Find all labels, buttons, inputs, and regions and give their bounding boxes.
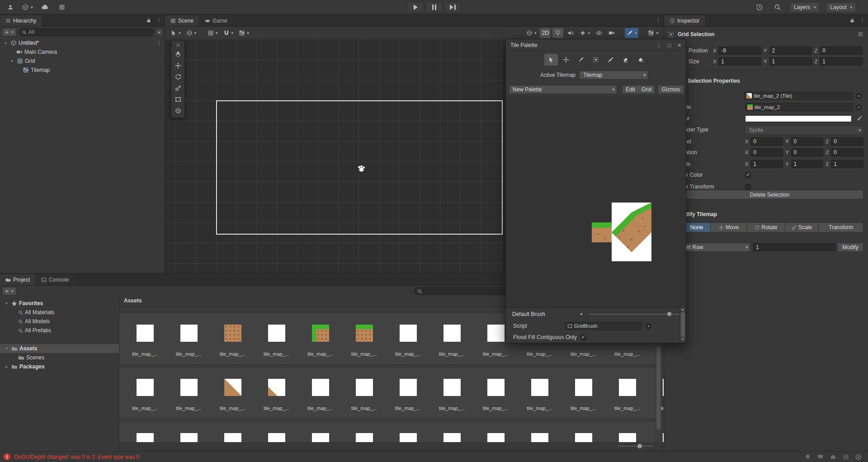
scene-panel-kebab[interactable] — [655, 17, 661, 23]
lighting-toggle[interactable] — [552, 28, 563, 38]
slider-knob[interactable] — [667, 312, 671, 316]
sprite-object-field[interactable]: tile_map_2 — [745, 103, 853, 111]
folder-scenes[interactable]: Scenes — [0, 353, 119, 362]
mode-2d-button[interactable]: 2D — [540, 28, 551, 38]
tab-hierarchy[interactable]: Hierarchy — [0, 15, 42, 26]
tab-console[interactable]: Console — [36, 274, 74, 285]
flood-fill-tool-button[interactable] — [634, 54, 647, 66]
object-picker-icon[interactable] — [856, 93, 862, 99]
thumbnail-zoom-slider[interactable] — [618, 444, 653, 448]
favorite-all-prefabs[interactable]: All Prefabs — [0, 326, 119, 335]
asset-item[interactable] — [123, 433, 167, 442]
account-button[interactable] — [5, 2, 16, 13]
active-tilemap-dropdown[interactable]: Tilemap — [579, 71, 648, 80]
asset-item[interactable]: tile_map_... — [255, 379, 298, 411]
create-asset-button[interactable] — [2, 287, 16, 295]
hierarchy-item-tilemap[interactable]: Tilemap — [0, 66, 165, 75]
operation-count-input[interactable] — [753, 243, 835, 251]
snap-increment-dropdown[interactable] — [237, 28, 251, 38]
scrollbar-thumb[interactable] — [656, 346, 660, 429]
folder-assets[interactable]: Assets — [0, 344, 119, 353]
create-object-button[interactable] — [2, 28, 16, 36]
asset-item[interactable] — [561, 433, 605, 442]
size-x-input[interactable] — [718, 57, 761, 66]
lock-icon[interactable] — [849, 18, 855, 23]
shading-mode-dropdown[interactable] — [184, 28, 198, 38]
position-x-input[interactable] — [718, 47, 761, 55]
erase-tool-button[interactable] — [619, 54, 632, 66]
grid-toggle-button[interactable]: Grid — [638, 85, 655, 94]
foldout-icon[interactable] — [4, 346, 9, 351]
hierarchy-item-main-camera[interactable]: Main Camera — [0, 47, 165, 57]
foldout-icon[interactable] — [3, 41, 9, 45]
move-tool-button[interactable] — [559, 54, 573, 66]
size-y-input[interactable] — [769, 57, 812, 66]
asset-item[interactable]: tile_map_... — [386, 379, 430, 411]
modify-button[interactable]: Modify — [837, 243, 863, 252]
snap-toggle-dropdown[interactable] — [222, 28, 236, 38]
layers-dropdown[interactable]: Layers — [790, 2, 820, 12]
rect-tool-button[interactable] — [172, 94, 184, 105]
rotate-tool-button[interactable] — [172, 71, 184, 82]
eyedropper-icon[interactable] — [857, 115, 863, 121]
step-button[interactable] — [444, 2, 461, 13]
rotation-x-input[interactable] — [750, 148, 783, 156]
asset-item[interactable] — [255, 433, 298, 442]
asset-item[interactable]: tile_map_... — [342, 325, 386, 357]
foldout-icon[interactable] — [9, 59, 15, 63]
asset-item[interactable] — [386, 433, 430, 442]
mode-move-button[interactable]: Move — [710, 222, 747, 232]
flood-fill-checkbox[interactable] — [580, 335, 586, 340]
layout-dropdown[interactable]: Layout — [826, 2, 856, 12]
asset-item[interactable]: tile_map_... — [430, 325, 474, 357]
asset-item[interactable] — [167, 433, 211, 442]
color-swatch[interactable] — [745, 115, 852, 122]
close-icon[interactable] — [678, 42, 681, 49]
object-picker-icon[interactable] — [856, 104, 862, 110]
scene-kebab-menu[interactable] — [156, 40, 162, 46]
position-y-input[interactable] — [769, 47, 812, 55]
foldout-icon[interactable] — [4, 364, 9, 369]
hierarchy-search[interactable] — [19, 28, 154, 36]
lock-icon[interactable] — [146, 18, 151, 23]
favorite-all-models[interactable]: All Models — [0, 317, 119, 326]
paint-brush-tool-button[interactable] — [574, 54, 588, 66]
cloud-status-icon[interactable] — [830, 454, 836, 460]
asset-item[interactable] — [298, 433, 342, 442]
size-z-input[interactable] — [820, 57, 863, 66]
play-button[interactable] — [407, 2, 424, 13]
collider-type-dropdown[interactable]: Sprite — [745, 126, 863, 135]
effects-dropdown[interactable] — [578, 28, 592, 38]
hierarchy-item-grid[interactable]: Grid — [0, 57, 165, 66]
brush-dropdown[interactable]: Default Brush — [509, 310, 585, 319]
scale-tool-button[interactable] — [172, 82, 184, 94]
panel-kebab-menu[interactable] — [859, 17, 865, 23]
scale-x-input[interactable] — [750, 160, 783, 168]
asset-item[interactable]: tile_map_... — [605, 379, 649, 411]
asset-item[interactable] — [605, 433, 649, 442]
transform-tool-button[interactable] — [172, 105, 184, 116]
presets-icon[interactable] — [858, 31, 863, 37]
asset-item[interactable]: tile_map_... — [298, 379, 342, 411]
rotation-y-input[interactable] — [791, 148, 824, 156]
lock-color-checkbox[interactable] — [745, 172, 751, 178]
asset-item[interactable] — [211, 433, 255, 442]
cloud-button[interactable] — [39, 2, 51, 13]
tab-project[interactable]: Project — [0, 274, 35, 285]
tile-palette-titlebar[interactable]: Tile Palette — [506, 39, 686, 51]
progress-check-icon[interactable] — [855, 454, 862, 460]
scrollbar-thumb[interactable] — [681, 312, 685, 337]
asset-item[interactable] — [342, 433, 386, 442]
version-control-button[interactable] — [22, 2, 33, 13]
asset-item[interactable] — [430, 433, 474, 442]
active-overlay-dropdown[interactable] — [625, 28, 639, 38]
slider-knob[interactable] — [637, 444, 642, 448]
asset-item[interactable]: tile_map_... — [561, 379, 605, 411]
offset-y-input[interactable] — [791, 137, 824, 146]
hand-tool-button[interactable] — [172, 48, 184, 60]
asset-item[interactable]: tile_map_... — [298, 325, 342, 357]
asset-item[interactable]: tile_map_... — [123, 379, 167, 411]
select-tool-button[interactable] — [544, 54, 558, 66]
audio-toggle[interactable] — [565, 28, 576, 38]
scroll-down-icon[interactable]: ▼ — [681, 337, 684, 342]
